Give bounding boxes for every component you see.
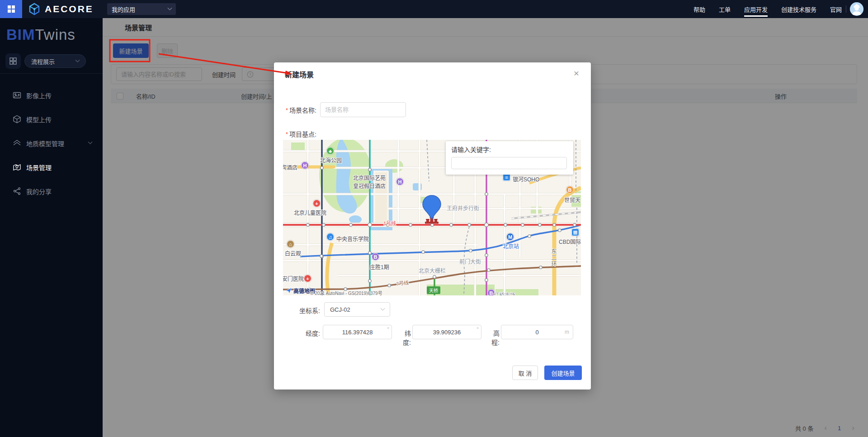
helmet-user-icon xyxy=(850,2,863,16)
geology-layers-icon xyxy=(13,139,21,147)
map-label: 庄胜1期 xyxy=(370,263,389,271)
logo-twins: Twins xyxy=(35,26,75,43)
hotel-icon: H xyxy=(301,162,309,169)
hospital-icon: + xyxy=(304,275,311,282)
degree-suffix: ° xyxy=(476,326,479,332)
latitude-input[interactable] xyxy=(412,325,481,339)
map-canvas[interactable]: H ♣ H ≡ B + ♫ ⌂ B M ▦ + B 宾酒店 北海公园 北京国际艺… xyxy=(283,140,581,295)
app-select-dropdown[interactable]: 我的应用 xyxy=(107,3,176,15)
map-label: 白云观 xyxy=(285,249,301,257)
required-mark: * xyxy=(286,107,288,114)
sidebar-item-label: 影像上传 xyxy=(26,91,52,100)
coord-system-label: 坐标系: xyxy=(288,306,320,315)
map-label: 王府井步行街 xyxy=(447,204,479,212)
sidebar-item-image-upload[interactable]: 影像上传 xyxy=(0,83,103,107)
app-root: AECORE 我的应用 帮助 工单 应用开发 创建技术服务 官网 BIMT xyxy=(0,0,868,437)
brand-name: AECORE xyxy=(45,4,94,14)
base-point-label: 项目基点: xyxy=(289,129,316,138)
map-pin-marker[interactable] xyxy=(422,195,442,220)
building-icon: ▦ xyxy=(571,228,579,236)
model-upload-icon xyxy=(13,115,21,124)
chevron-down-icon xyxy=(88,140,93,144)
temple-icon: ⌂ xyxy=(287,240,294,248)
create-scene-button[interactable]: 创建场景 xyxy=(544,366,582,380)
hotel-icon: H xyxy=(396,178,404,185)
sidebar: BIMTwins 流程展示 xyxy=(0,18,103,437)
metro-line7-label: 7号线 xyxy=(396,279,409,287)
map-label: 世贸天 xyxy=(564,196,580,204)
cancel-button[interactable]: 取 消 xyxy=(512,366,538,380)
grid-icon xyxy=(8,5,15,13)
map-label: 东二环 xyxy=(550,248,557,267)
meter-unit-suffix: m xyxy=(565,329,569,335)
map-label: 银河SOHO xyxy=(513,175,539,183)
top-bar: AECORE 我的应用 帮助 工单 应用开发 创建技术服务 官网 xyxy=(0,0,868,18)
map-label: 北海公园 xyxy=(320,156,342,164)
sidebar-item-geology-model[interactable]: 地质模型管理 xyxy=(0,131,103,155)
nav-help[interactable]: 帮助 xyxy=(693,0,705,18)
scene-name-label: 场景名称: xyxy=(289,105,316,114)
scene-map-pin-icon xyxy=(13,163,21,171)
app-select-value: 我的应用 xyxy=(112,5,168,14)
nav-tech-service[interactable]: 创建技术服务 xyxy=(781,0,816,18)
sidebar-item-scene-management[interactable]: 场景管理 xyxy=(0,155,103,179)
map-label: CBD国际 xyxy=(559,238,581,245)
share-icon xyxy=(13,187,21,195)
nav-official-site[interactable]: 官网 xyxy=(830,0,842,18)
tianqiao-station-badge: 天桥 xyxy=(427,286,440,294)
map-label: 北京国际艺苑 xyxy=(353,174,386,181)
scene-name-input[interactable] xyxy=(320,102,406,117)
coord-system-value: GCJ-02 xyxy=(330,306,381,313)
logo-bim: BIM xyxy=(6,26,35,43)
sidebar-menu: 影像上传 模型上传 地质模型管理 场景管理 xyxy=(0,77,103,203)
sidebar-item-model-upload[interactable]: 模型上传 xyxy=(0,107,103,131)
hospital-icon: + xyxy=(313,200,321,207)
app-launcher-button[interactable] xyxy=(0,0,22,18)
mode-select-value: 流程展示 xyxy=(31,57,76,66)
close-icon[interactable]: × xyxy=(570,66,583,81)
shopping-icon: B xyxy=(566,186,574,194)
image-upload-icon xyxy=(13,91,21,100)
longitude-label: 经度: xyxy=(300,328,320,337)
coord-system-select[interactable]: GCJ-02 xyxy=(324,302,390,317)
user-avatar[interactable] xyxy=(850,2,863,16)
sidebar-item-label: 我的分享 xyxy=(26,187,52,196)
mode-select-dropdown[interactable]: 流程展示 xyxy=(24,54,86,68)
map-label: 前门大街 xyxy=(459,257,481,265)
sidebar-item-label: 场景管理 xyxy=(26,163,52,172)
top-nav: 帮助 工单 应用开发 创建技术服务 官网 xyxy=(693,0,842,18)
chevron-down-icon xyxy=(75,57,80,62)
music-school-icon: ♫ xyxy=(326,233,334,241)
latitude-label: 纬度: xyxy=(397,328,411,347)
modal-title: 新建场景 xyxy=(285,69,314,80)
elevation-input[interactable] xyxy=(501,325,573,339)
brand: AECORE xyxy=(28,0,94,18)
keyword-label: 请输入关键字: xyxy=(451,145,568,154)
map-label: 北京大栅栏 xyxy=(419,266,446,274)
map-label: 皇冠假日酒店 xyxy=(353,182,386,190)
keyword-input[interactable] xyxy=(451,157,567,169)
shopping-icon: B xyxy=(372,253,379,261)
map-label: 安门医院 xyxy=(283,275,304,282)
sidebar-divider xyxy=(0,73,103,74)
chevron-down-icon xyxy=(168,5,172,10)
chevron-down-icon xyxy=(381,306,385,310)
nav-app-dev[interactable]: 应用开发 xyxy=(744,0,768,18)
degree-suffix: ° xyxy=(387,326,389,332)
layout-grid-button[interactable] xyxy=(5,53,21,69)
aecore-logo-icon xyxy=(28,3,41,15)
map-label: 北京站 xyxy=(503,242,519,250)
park-icon: ♣ xyxy=(326,147,334,155)
grid-outline-icon xyxy=(9,57,17,65)
required-mark: * xyxy=(286,131,288,138)
map-label: 北京儿童医院 xyxy=(294,209,326,216)
amap-icon xyxy=(285,287,292,294)
map-keyword-panel: 请输入关键字: xyxy=(446,141,573,175)
map-attribution: © 2021 AutoNavi - GS(2019)6379号 xyxy=(310,290,382,295)
longitude-input[interactable] xyxy=(323,325,392,339)
nav-workorder[interactable]: 工单 xyxy=(719,0,731,18)
sidebar-item-my-shares[interactable]: 我的分享 xyxy=(0,179,103,203)
metro-line1-label: 1号线 xyxy=(383,219,396,227)
new-scene-modal: 新建场景 × * 场景名称: * 项目基点: xyxy=(274,62,591,390)
bimtwins-logo: BIMTwins xyxy=(6,26,75,43)
